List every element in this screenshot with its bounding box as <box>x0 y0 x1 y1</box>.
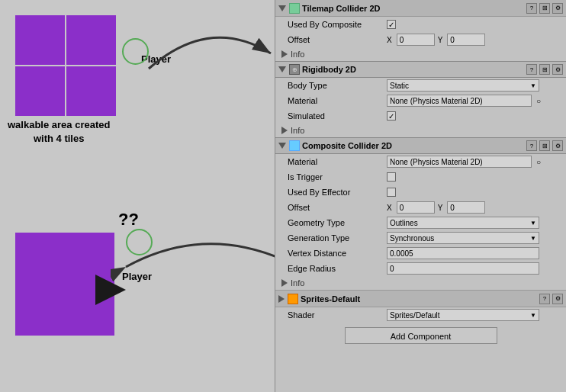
arrow-top <box>118 23 286 99</box>
info-triangle-tilemap[interactable] <box>281 50 288 58</box>
offset-row-tilemap: Offset X Y <box>275 32 566 47</box>
simulated-checkbox[interactable] <box>387 111 396 120</box>
x-label-composite: X <box>387 204 392 212</box>
offset-x-composite[interactable] <box>397 201 435 214</box>
rigidbody-title: Rigidbody 2D <box>302 65 356 74</box>
question-marks: ?? <box>118 210 139 230</box>
tile-1 <box>15 15 65 65</box>
composite-collider-header: Composite Collider 2D ? ⊞ ⚙ <box>275 137 566 154</box>
sprites-settings-btn[interactable]: ⚙ <box>552 294 563 304</box>
geometry-type-label: Geometry Type <box>288 218 387 227</box>
generation-type-row: Generation Type Synchronous ▼ <box>275 230 566 246</box>
tilemap-title: Tilemap Collider 2D <box>302 4 381 13</box>
diagram-panel: Player walkable area created with 4 tile… <box>0 0 275 392</box>
sprites-title: Sprites-Default <box>301 294 360 304</box>
rigidbody-settings-btn[interactable]: ⚙ <box>552 64 563 75</box>
x-label-tilemap: X <box>387 36 392 44</box>
used-by-composite-checkbox[interactable] <box>387 20 396 29</box>
collapse-arrow-rigidbody[interactable] <box>278 66 286 72</box>
composite-settings-btn[interactable]: ⚙ <box>552 140 563 151</box>
tilemap-expand-btn[interactable]: ⊞ <box>539 3 550 14</box>
tilemap-help-btn[interactable]: ? <box>526 3 537 14</box>
offset-y-composite[interactable] <box>447 201 485 214</box>
used-by-effector-checkbox[interactable] <box>387 188 396 197</box>
generation-type-label: Generation Type <box>288 233 387 243</box>
offset-label-composite: Offset <box>288 203 387 212</box>
tilemap-collider-header: Tilemap Collider 2D ? ⊞ ⚙ <box>275 0 566 17</box>
offset-label-tilemap: Offset <box>288 35 387 44</box>
material-row-composite: Material None (Physics Material 2D) ○ <box>275 154 566 169</box>
body-type-value: Static <box>390 82 409 90</box>
sprites-icon <box>288 294 298 304</box>
material-value-composite: None (Physics Material 2D) <box>387 156 532 168</box>
rigidbody2d-section: ⊕ Rigidbody 2D ? ⊞ ⚙ Body Type Static ▼ … <box>275 61 566 137</box>
composite-title: Composite Collider 2D <box>302 141 392 150</box>
generation-type-dropdown[interactable]: Synchronous ▼ <box>387 232 539 244</box>
geometry-type-arrow: ▼ <box>530 220 536 227</box>
offset-row-composite: Offset X Y <box>275 200 566 215</box>
composite-expand-btn[interactable]: ⊞ <box>539 140 550 151</box>
sprites-help-btn[interactable]: ? <box>539 294 550 304</box>
sprites-default-section: Sprites-Default ? ⚙ Shader Sprites/Defau… <box>275 290 566 323</box>
vertex-distance-input[interactable] <box>387 247 539 259</box>
composite-icon <box>289 140 300 151</box>
material-row-rigidbody: Material None (Physics Material 2D) ○ <box>275 93 566 108</box>
tile-4 <box>66 66 116 116</box>
offset-x-tilemap[interactable] <box>397 34 435 46</box>
info-label-tilemap: Info <box>291 50 304 59</box>
geometry-type-dropdown[interactable]: Outlines ▼ <box>387 217 539 229</box>
edge-radius-row: Edge Radius <box>275 261 566 276</box>
tile-2 <box>66 15 116 65</box>
rigidbody-icon: ⊕ <box>289 64 300 75</box>
rigidbody2d-header: ⊕ Rigidbody 2D ? ⊞ ⚙ <box>275 61 566 78</box>
body-type-arrow: ▼ <box>530 82 536 89</box>
top-diagram <box>15 15 116 116</box>
inspector-panel: Tilemap Collider 2D ? ⊞ ⚙ Used By Compos… <box>275 0 566 392</box>
rigidbody-help-btn[interactable]: ? <box>526 64 537 75</box>
tilemap-icon <box>289 3 300 14</box>
rigidbody-expand-btn[interactable]: ⊞ <box>539 64 550 75</box>
body-type-dropdown[interactable]: Static ▼ <box>387 79 539 92</box>
tilemap-collider-section: Tilemap Collider 2D ? ⊞ ⚙ Used By Compos… <box>275 0 566 61</box>
material-circle-rigidbody[interactable]: ○ <box>536 97 541 105</box>
diagram-caption: walkable area created with 4 tiles <box>8 118 110 146</box>
offset-y-tilemap[interactable] <box>447 34 485 46</box>
body-type-row: Body Type Static ▼ <box>275 78 566 93</box>
edge-radius-label: Edge Radius <box>288 264 387 273</box>
generation-type-arrow: ▼ <box>530 235 536 242</box>
shader-dropdown[interactable]: Sprites/Default ▼ <box>387 309 539 321</box>
info-triangle-composite[interactable] <box>281 279 288 287</box>
simulated-label: Simulated <box>288 111 387 120</box>
tiles-grid <box>15 15 116 116</box>
vertex-distance-row: Vertex Distance <box>275 246 566 261</box>
sprites-default-header: Sprites-Default ? ⚙ <box>275 291 566 307</box>
composite-help-btn[interactable]: ? <box>526 140 537 151</box>
tilemap-settings-btn[interactable]: ⚙ <box>552 3 563 14</box>
tile-3 <box>15 66 65 116</box>
is-trigger-row: Is Trigger <box>275 169 566 185</box>
is-trigger-checkbox[interactable] <box>387 172 396 182</box>
used-by-composite-row: Used By Composite <box>275 17 566 32</box>
generation-type-value: Synchronous <box>390 234 434 243</box>
vertex-distance-label: Vertex Distance <box>288 249 387 258</box>
edge-radius-input[interactable] <box>387 262 539 275</box>
collapse-arrow-composite[interactable] <box>278 143 286 149</box>
shader-label: Shader <box>288 310 387 320</box>
info-triangle-rigidbody[interactable] <box>281 127 288 134</box>
info-row-composite: Info <box>275 276 566 290</box>
collapse-arrow-sprites[interactable] <box>278 295 285 303</box>
material-label-rigidbody: Material <box>288 96 387 105</box>
material-circle-composite[interactable]: ○ <box>536 158 541 166</box>
y-label-composite: Y <box>438 204 443 212</box>
add-component-button[interactable]: Add Component <box>345 327 497 344</box>
used-by-effector-label: Used By Effector <box>288 188 387 197</box>
collapse-arrow-tilemap[interactable] <box>278 5 286 11</box>
shader-value: Sprites/Default <box>390 311 440 320</box>
body-type-label: Body Type <box>288 81 387 90</box>
used-by-effector-row: Used By Effector <box>275 185 566 200</box>
info-label-rigidbody: Info <box>291 126 304 135</box>
geometry-type-value: Outlines <box>390 219 418 227</box>
material-label-composite: Material <box>288 157 387 166</box>
shader-row: Shader Sprites/Default ▼ <box>275 307 566 323</box>
used-by-composite-label: Used By Composite <box>288 20 387 29</box>
